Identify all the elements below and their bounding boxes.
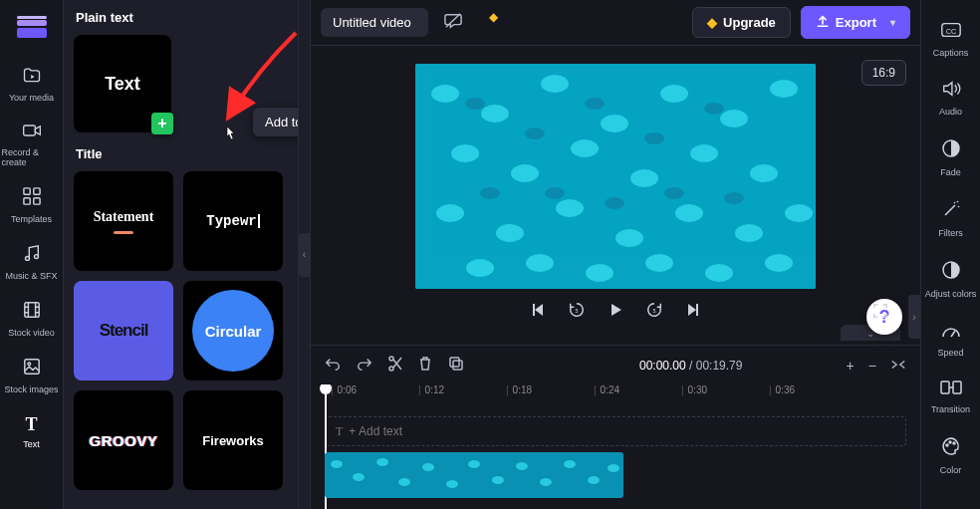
svg-point-35 [466,259,494,277]
add-to-timeline-button[interactable]: + [151,113,173,134]
rail-audio[interactable]: Audio [923,69,979,127]
svg-point-36 [526,254,554,272]
video-preview[interactable] [415,64,816,289]
svg-point-32 [675,204,703,222]
svg-point-19 [660,85,688,103]
svg-point-27 [750,164,778,182]
delete-button[interactable] [418,356,432,375]
section-label-title: Title [76,146,288,161]
thumb-circular[interactable]: Circular [183,281,283,381]
thumb-plain-text[interactable]: Text + [74,35,171,132]
image-icon [23,358,41,381]
rail-transition[interactable]: Transition [923,369,979,425]
svg-point-16 [481,105,509,123]
chevron-down-icon: ▾ [890,17,895,28]
split-button[interactable] [388,356,402,375]
player-controls: 5 5 [311,301,920,323]
thumb-label: GROOVY [90,432,158,449]
svg-point-79 [953,442,955,444]
right-rail-collapse[interactable]: › [908,295,920,339]
rail-label: Speed [937,348,963,358]
forward-button[interactable]: 5 [645,301,663,323]
fullscreen-button[interactable] [872,303,888,322]
svg-point-33 [735,224,763,242]
rail-captions[interactable]: CC Captions [923,10,979,69]
plus-icon: + [157,115,166,132]
export-button[interactable]: Export ▾ [801,6,910,39]
svg-point-37 [586,264,613,282]
thumb-label: Statement [94,209,154,225]
rail-label: Captions [933,48,969,58]
thumb-typewriter[interactable]: Typewr [183,171,283,271]
nav-label: Stock images [4,384,58,394]
svg-point-70 [608,464,619,472]
svg-text:5: 5 [576,308,579,314]
redo-button[interactable] [357,357,372,374]
nav-stock-images[interactable]: Stock images [2,348,62,404]
svg-point-28 [436,204,464,222]
rewind-button[interactable]: 5 [568,301,586,323]
nav-stock-video[interactable]: Stock video [2,291,62,348]
section-label-plain: Plain text [76,10,288,25]
zoom-in-button[interactable]: + [847,358,855,374]
timeline[interactable]: 0:06 0:12 0:18 0:24 0:30 0:36 T + Add te… [311,384,920,509]
duplicate-button[interactable] [448,356,464,375]
rail-color[interactable]: Color [923,425,979,486]
wand-icon [941,199,961,224]
rail-filters[interactable]: Filters [923,188,979,249]
clip-thumbstrip [325,452,623,498]
main-area: ◆ ◆ Upgrade Export ▾ 16:9 [311,0,920,509]
svg-rect-57 [325,452,623,498]
thumb-statement[interactable]: Statement [74,171,173,271]
text-track-placeholder[interactable]: T + Add text [325,416,906,446]
thumb-stencil[interactable]: Stencil [74,281,173,381]
rail-fade[interactable]: Fade [923,127,979,188]
fit-button[interactable] [890,358,906,374]
rail-adjust-colors[interactable]: Adjust colors [923,249,979,310]
nav-your-media[interactable]: Your media [2,56,62,113]
svg-rect-0 [17,20,47,26]
upgrade-button[interactable]: ◆ Upgrade [692,7,791,38]
svg-rect-55 [450,358,459,367]
ruler-tick: 0:24 [594,384,681,410]
svg-point-41 [465,98,485,110]
svg-point-47 [545,187,565,199]
svg-point-12 [27,363,30,366]
aspect-ratio-selector[interactable]: 16:9 [861,60,906,86]
captions-toggle[interactable] [438,8,468,38]
zoom-out-button[interactable]: − [868,358,876,374]
premium-indicator[interactable]: ◆ [478,8,508,38]
video-track[interactable] [325,452,906,498]
panel-collapse-handle[interactable]: ‹ [299,0,311,509]
svg-point-77 [946,444,948,446]
svg-rect-2 [17,16,47,19]
underline-decoration [114,231,133,234]
nav-music-sfx[interactable]: Music & SFX [2,234,62,291]
left-nav-rail: Your media Record & create Templates Mus… [0,0,64,509]
svg-point-9 [34,255,38,259]
thumb-groovy[interactable]: GROOVY [74,390,173,490]
timeline-ruler[interactable]: 0:06 0:12 0:18 0:24 0:30 0:36 [311,384,920,410]
app-logo[interactable] [17,16,47,40]
thumb-fireworks[interactable]: Fireworks [183,390,283,490]
svg-point-26 [690,144,718,162]
svg-point-53 [389,357,393,361]
nav-record-create[interactable]: Record & create [2,113,62,177]
svg-point-17 [541,75,569,93]
svg-rect-76 [953,382,961,393]
rail-speed[interactable]: Speed [923,310,979,369]
play-button[interactable] [608,302,623,323]
skip-start-button[interactable] [530,302,546,322]
skip-end-button[interactable] [685,302,701,322]
top-toolbar: ◆ ◆ Upgrade Export ▾ [311,0,920,46]
project-title-input[interactable] [321,8,428,37]
svg-point-24 [571,139,599,157]
nav-templates[interactable]: Templates [2,177,62,234]
video-clip[interactable] [325,452,623,498]
nav-text[interactable]: T Text [2,404,62,459]
svg-point-63 [446,480,458,488]
timecode-sep: / [686,359,696,373]
crossed-bubble-icon [443,12,463,34]
undo-button[interactable] [325,357,341,374]
svg-rect-75 [941,382,949,393]
